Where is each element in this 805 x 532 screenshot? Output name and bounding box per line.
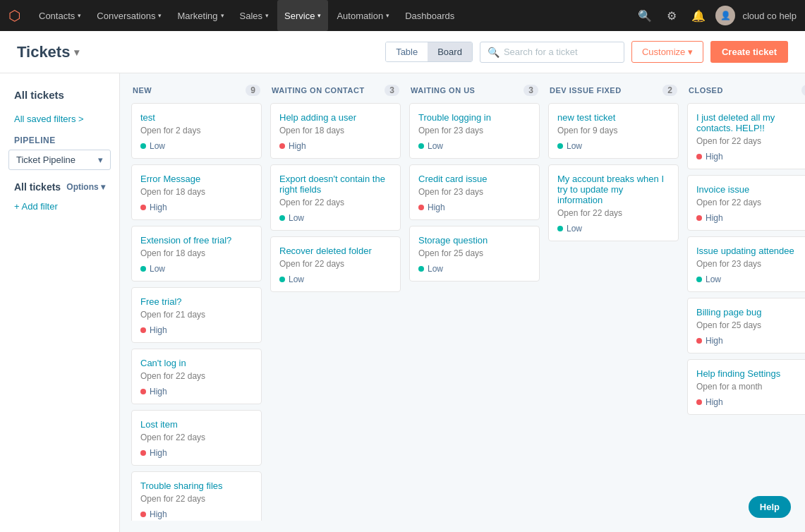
nav-marketing[interactable]: Marketing ▾ <box>170 0 231 31</box>
table-view-button[interactable]: Table <box>386 42 428 61</box>
create-ticket-button[interactable]: Create ticket <box>710 41 788 63</box>
settings-icon[interactable]: ⚙ <box>662 6 682 25</box>
board-view-button[interactable]: Board <box>428 42 472 61</box>
add-filter[interactable]: + Add filter <box>8 198 111 214</box>
account-label[interactable]: cloud co help <box>742 11 797 21</box>
col-cards-new: testOpen for 2 daysLowError MessageOpen … <box>131 103 262 521</box>
ticket-card[interactable]: Lost itemOpen for 22 daysHigh <box>131 410 262 466</box>
help-button[interactable]: Help <box>749 496 791 518</box>
customize-button[interactable]: Customize ▾ <box>631 41 703 63</box>
sidebar-saved-filters[interactable]: All saved filters > <box>8 111 111 127</box>
col-cards-dev_issue_fixed: new test ticketOpen for 9 daysLowMy acco… <box>548 103 679 521</box>
card-subtitle: Open for 18 days <box>140 248 253 258</box>
card-subtitle: Open for 23 days <box>418 126 531 135</box>
ticket-card[interactable]: I just deleted all my contacts. HELP!!Op… <box>687 103 805 169</box>
nav-service[interactable]: Service ▾ <box>277 0 328 31</box>
pipeline-dropdown[interactable]: Ticket Pipeline ▾ <box>8 150 111 170</box>
search-icon: 🔍 <box>488 47 500 58</box>
card-title: test <box>140 112 253 123</box>
card-subtitle: Open for 2 days <box>140 126 253 135</box>
priority-dot-high <box>140 389 146 394</box>
card-subtitle: Open for 22 days <box>696 198 805 207</box>
body-layout: All tickets All saved filters > Pipeline… <box>0 73 805 532</box>
sidebar-section: All tickets Options ▾ <box>8 179 111 195</box>
ticket-card[interactable]: Billing page bugOpen for 25 daysHigh <box>687 298 805 353</box>
card-badge: Low <box>279 213 392 223</box>
nav-dashboards[interactable]: Dashboards <box>398 0 461 31</box>
ticket-card[interactable]: Credit card issueOpen for 23 daysHigh <box>409 164 540 220</box>
priority-dot-high <box>696 338 702 344</box>
ticket-card[interactable]: Trouble sharing filesOpen for 22 daysHig… <box>131 471 262 521</box>
card-subtitle: Open for 18 days <box>279 126 392 135</box>
column-dev_issue_fixed: DEV ISSUE FIXED2new test ticketOpen for … <box>548 85 679 521</box>
priority-dot-low <box>696 277 702 282</box>
search-icon[interactable]: 🔍 <box>635 6 655 25</box>
priority-dot-low <box>279 277 285 282</box>
ticket-card[interactable]: Help finding SettingsOpen for a monthHig… <box>687 359 805 415</box>
pipeline-arrow: ▾ <box>98 155 103 165</box>
nav-contacts[interactable]: Contacts ▾ <box>32 0 88 31</box>
col-title-waiting_on_contact: WAITING ON CONTACT <box>272 86 365 95</box>
priority-label: Low <box>289 213 304 223</box>
col-count-closed: 5 <box>801 85 805 96</box>
avatar[interactable]: 👤 <box>715 6 735 25</box>
nav-sales[interactable]: Sales ▾ <box>233 0 277 31</box>
col-cards-closed: I just deleted all my contacts. HELP!!Op… <box>687 103 805 521</box>
hubspot-logo[interactable]: ⬡ <box>8 7 20 24</box>
priority-label: High <box>150 509 167 519</box>
page-header: Tickets ▾ Table Board 🔍 Customize ▾ Crea… <box>0 31 805 73</box>
ticket-card[interactable]: Recover deleted folderOpen for 22 daysLo… <box>270 236 401 292</box>
sidebar-pipeline-label: Pipeline <box>14 135 111 145</box>
nav-automation[interactable]: Automation ▾ <box>329 0 397 31</box>
customize-label: Customize <box>642 47 685 57</box>
ticket-card[interactable]: Error MessageOpen for 18 daysHigh <box>131 164 262 220</box>
search-box[interactable]: 🔍 <box>480 42 624 63</box>
nav-conversations[interactable]: Conversations ▾ <box>90 0 169 31</box>
priority-dot-high <box>140 327 146 333</box>
card-title: new test ticket <box>557 112 670 123</box>
customize-arrow: ▾ <box>688 47 693 57</box>
sidebar: All tickets All saved filters > Pipeline… <box>0 73 120 532</box>
col-header-closed: CLOSED5 <box>687 85 805 96</box>
notifications-icon[interactable]: 🔔 <box>689 6 708 25</box>
ticket-card[interactable]: Issue updating attendeeOpen for 23 daysL… <box>687 236 805 292</box>
ticket-card[interactable]: Extension of free trial?Open for 18 days… <box>131 226 262 282</box>
priority-label: High <box>706 152 723 162</box>
priority-label: High <box>706 336 723 346</box>
card-subtitle: Open for 22 days <box>279 259 392 269</box>
card-badge: High <box>418 202 531 212</box>
ticket-card[interactable]: Can't log inOpen for 22 daysHigh <box>131 349 262 404</box>
card-title: Invoice issue <box>696 184 805 195</box>
ticket-card[interactable]: Free trial?Open for 21 daysHigh <box>131 287 262 343</box>
card-badge: High <box>140 325 253 335</box>
card-badge: High <box>140 509 253 519</box>
pipeline-value: Ticket Pipeline <box>16 155 75 165</box>
col-title-new: NEW <box>133 86 152 95</box>
priority-label: Low <box>428 141 443 151</box>
sidebar-all-tickets[interactable]: All tickets <box>8 85 111 105</box>
ticket-card[interactable]: Invoice issueOpen for 22 daysHigh <box>687 175 805 231</box>
priority-label: Low <box>567 224 582 234</box>
card-subtitle: Open for 25 days <box>418 248 531 258</box>
ticket-card[interactable]: new test ticketOpen for 9 daysLow <box>548 103 679 159</box>
priority-dot-high <box>696 154 702 159</box>
search-input[interactable] <box>504 47 617 57</box>
card-badge: Low <box>696 274 805 284</box>
ticket-card[interactable]: Export doesn't contain the right fieldsO… <box>270 164 401 231</box>
card-title: Issue updating attendee <box>696 246 805 256</box>
col-header-new: NEW9 <box>131 85 262 96</box>
card-badge: High <box>696 213 805 223</box>
col-title-dev_issue_fixed: DEV ISSUE FIXED <box>550 86 622 95</box>
ticket-card[interactable]: My account breaks when I try to update m… <box>548 164 679 241</box>
col-title-closed: CLOSED <box>689 86 723 95</box>
sidebar-options[interactable]: Options ▾ <box>66 182 105 192</box>
page-title[interactable]: Tickets ▾ <box>17 43 79 61</box>
ticket-card[interactable]: Storage questionOpen for 25 daysLow <box>409 226 540 282</box>
ticket-card[interactable]: Trouble logging inOpen for 23 daysLow <box>409 103 540 159</box>
card-subtitle: Open for 22 days <box>140 371 253 381</box>
ticket-card[interactable]: Help adding a userOpen for 18 daysHigh <box>270 103 401 159</box>
card-badge: Low <box>140 141 253 151</box>
card-badge: High <box>279 141 392 151</box>
col-header-waiting_on_contact: WAITING ON CONTACT3 <box>270 85 401 96</box>
ticket-card[interactable]: testOpen for 2 daysLow <box>131 103 262 159</box>
